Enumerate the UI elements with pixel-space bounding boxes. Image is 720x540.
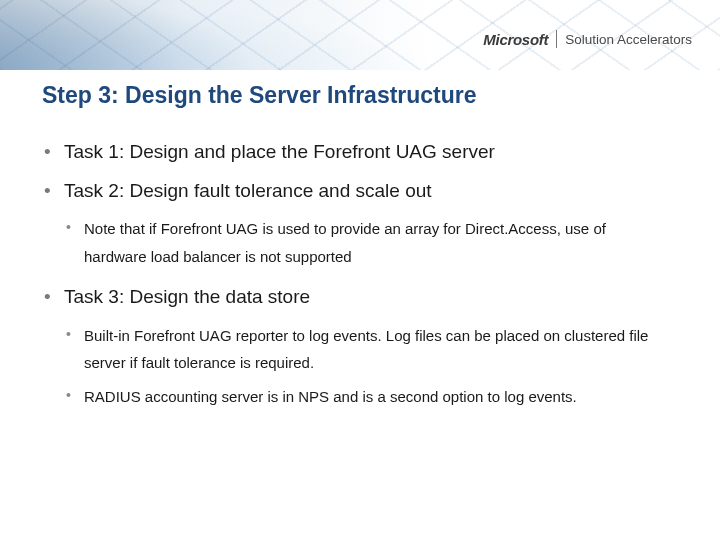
slide-title: Step 3: Design the Server Infrastructure xyxy=(42,82,680,109)
list-item-text: Task 1: Design and place the Forefront U… xyxy=(64,141,495,162)
sub-list-item-text: Built-in Forefront UAG reporter to log e… xyxy=(84,327,648,372)
list-item-text: Task 2: Design fault tolerance and scale… xyxy=(64,180,432,201)
list-item: Task 2: Design fault tolerance and scale… xyxy=(42,179,672,271)
sub-bullet-list: Note that if Forefront UAG is used to pr… xyxy=(64,215,672,271)
sub-list-item: Built-in Forefront UAG reporter to log e… xyxy=(64,322,672,378)
list-item-text: Task 3: Design the data store xyxy=(64,286,310,307)
sub-bullet-list: Built-in Forefront UAG reporter to log e… xyxy=(64,322,672,411)
sub-list-item: RADIUS accounting server is in NPS and i… xyxy=(64,383,672,411)
sub-list-item-text: Note that if Forefront UAG is used to pr… xyxy=(84,220,606,265)
bullet-list: Task 1: Design and place the Forefront U… xyxy=(42,140,672,411)
list-item: Task 3: Design the data store Built-in F… xyxy=(42,285,672,411)
sub-list-item: Note that if Forefront UAG is used to pr… xyxy=(64,215,672,271)
brand-product: Solution Accelerators xyxy=(565,32,692,47)
slide-body: Task 1: Design and place the Forefront U… xyxy=(42,140,672,425)
brand-lockup: Microsoft Solution Accelerators xyxy=(483,30,692,48)
sub-list-item-text: RADIUS accounting server is in NPS and i… xyxy=(84,388,577,405)
slide: Microsoft Solution Accelerators Step 3: … xyxy=(0,0,720,540)
brand-separator xyxy=(556,30,557,48)
brand-company: Microsoft xyxy=(483,31,548,48)
list-item: Task 1: Design and place the Forefront U… xyxy=(42,140,672,165)
